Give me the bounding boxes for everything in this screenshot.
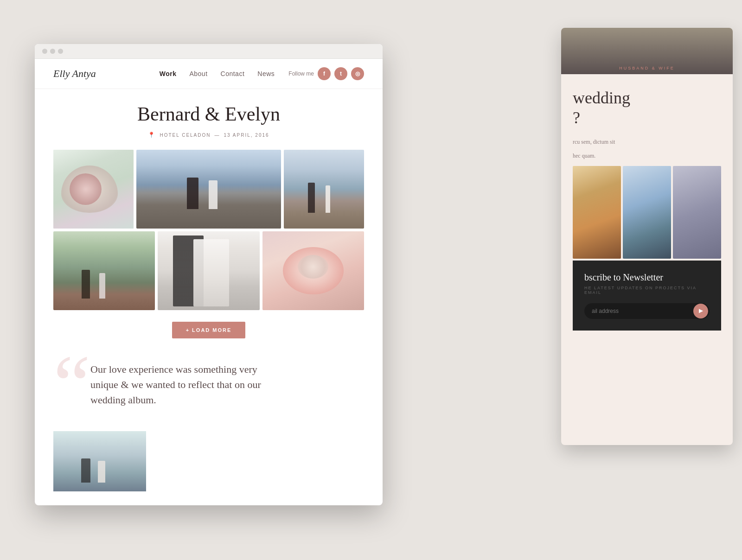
date-text: 13 APRIL, 2016 [224,133,269,138]
follow-label: Follow me [288,70,314,77]
location-date: 📍 HOTEL CELADON — 13 APRIL, 2016 [53,132,364,138]
nav-item-about[interactable]: About [189,70,207,78]
location-pin-icon: 📍 [148,132,156,138]
facebook-icon[interactable]: f [318,67,331,80]
site-nav: Elly Antya Work About Contact News Follo… [35,59,383,89]
browser-dot-green [58,49,63,54]
newsletter-subtitle: HE LATEST UPDATES ON PROJECTS VIA EMAIL [584,286,710,295]
instagram-icon[interactable]: ◎ [351,67,364,80]
follow-section: Follow me f t ◎ [288,67,364,80]
email-input-row[interactable]: ▶ [584,303,710,319]
second-browser-para1: rcu sem, dictum sit [573,137,721,147]
nav-link-work[interactable]: Work [160,70,177,77]
second-browser-heading: wedding ? [573,88,721,128]
date-separator: — [215,133,220,138]
nav-link-contact[interactable]: Contact [221,70,245,77]
bouquet-scene [53,150,134,229]
browser-dot-red [42,49,47,54]
bottom-couple-photo [53,431,146,491]
photo-forest-walk [53,231,155,310]
quote-text: Our love experience was something very u… [90,362,267,407]
quote-section: “ Our love experience was something very… [53,352,364,426]
second-browser-body: wedding ? rcu sem, dictum sit hec quam. … [561,74,733,344]
page-title: Bernard & Evelyn [53,103,364,125]
nav-link-about[interactable]: About [189,70,207,77]
newsletter-title: bscribe to Newsletter [584,272,710,283]
twitter-icon[interactable]: t [334,67,347,80]
send-icon: ▶ [699,307,703,314]
site-logo[interactable]: Elly Antya [53,68,160,80]
nav-item-work[interactable]: Work [160,70,177,78]
nav-link-news[interactable]: News [257,70,275,77]
newsletter-section: bscribe to Newsletter HE LATEST UPDATES … [573,261,721,331]
newsletter-send-button[interactable]: ▶ [693,304,708,318]
main-browser: Elly Antya Work About Contact News Follo… [35,44,383,505]
photo-grid-bottom [53,231,364,310]
second-browser-para2: hec quam. [573,151,721,161]
pagoda-photo [573,166,621,259]
right-photo-strip [573,166,721,259]
browser-dot-yellow [50,49,55,54]
nav-item-news[interactable]: News [257,70,275,78]
nav-item-contact[interactable]: Contact [221,70,245,78]
nav-links: Work About Contact News [160,70,275,78]
email-input[interactable] [584,303,693,319]
page-content: Bernard & Evelyn 📍 HOTEL CELADON — 13 AP… [35,89,383,505]
photo-dress-bouquet [158,231,259,310]
browser-titlebar [35,44,383,59]
second-browser-hero: HUSBAND & WIFE [561,28,733,74]
second-browser: HUSBAND & WIFE wedding ? rcu sem, dictum… [561,28,733,445]
photo-couple-lake [136,150,281,229]
building-photo [673,166,721,259]
photo-grid-top [53,150,364,229]
photo-bouquet [53,150,134,229]
load-more-button[interactable]: + LOAD MORE [172,322,246,338]
photo-rings-flowers [262,231,364,310]
quote-mark-icon: “ [53,343,90,426]
photo-couple-shore [284,150,364,229]
husband-wife-label: HUSBAND & WIFE [615,62,678,74]
location-text: HOTEL CELADON [160,133,211,138]
woman-photo [623,166,671,259]
